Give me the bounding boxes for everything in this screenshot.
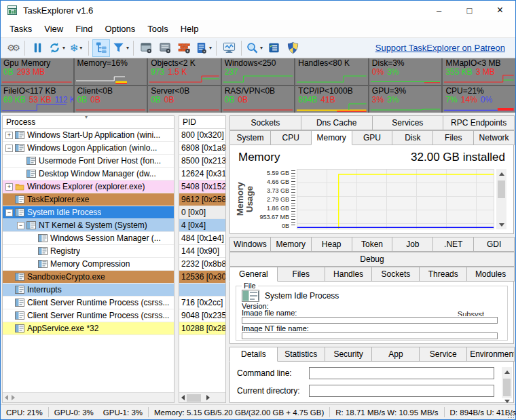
process-row[interactable]: Memory Compression [3,258,174,271]
process-row[interactable]: Client Server Runtime Process (csrss... [3,309,174,322]
freeze-snowflake-icon[interactable]: ❄▾ [67,39,85,57]
scroll-up-icon[interactable] [502,367,512,377]
resize-grip-icon[interactable] [507,411,514,418]
tab-app[interactable]: App [371,347,420,362]
pid-cell[interactable]: 4 [0x4] [179,219,225,232]
scroll-up-icon[interactable] [496,169,506,178]
status-tile-gpu-memory[interactable]: Gpu Memory0B293 MB [1,58,73,85]
scroll-left-icon[interactable] [181,395,185,400]
tab-system[interactable]: System [229,130,271,145]
pid-cell[interactable]: 800 [0x320] [179,129,225,142]
pid-cell[interactable]: 9048 [0x2358] [179,309,225,322]
tab-windows[interactable]: Windows [229,237,271,252]
process-row[interactable]: +Windows Explorer (explorer.exe) [3,180,174,193]
pid-horizontal-scrollbar[interactable] [179,392,225,402]
tab-rpc-endpoints[interactable]: RPC Endpoints [443,115,515,130]
status-tile-ras-vpn-0b[interactable]: RAS/VPN<0B0B0B [222,86,295,113]
tab-handles[interactable]: Handles [325,267,373,282]
dropdown-caret-icon[interactable]: ▾ [209,45,212,51]
tab-heap[interactable]: Heap [311,237,352,252]
options-list-icon[interactable] [265,39,282,57]
tab-gdi[interactable]: GDI [473,237,515,252]
pid-cell[interactable]: 144 [0x90] [179,245,225,258]
process-row[interactable]: −System Idle Process [3,206,174,219]
tab-threads[interactable]: Threads [419,267,467,282]
scroll-right-icon[interactable] [12,395,172,400]
scrollbar-thumb[interactable] [503,379,511,396]
tab-environment[interactable]: Environment [466,347,515,362]
process-tree-icon[interactable] [92,39,110,57]
tree-expander-icon[interactable]: + [5,132,13,139]
settings-gears-icon[interactable]: ⚙⚙ [3,39,21,57]
tab-sockets[interactable]: Sockets [371,267,420,282]
scroll-left-icon[interactable] [5,395,8,400]
tab-net[interactable]: .NET [432,237,474,252]
menu-options[interactable]: Options [98,21,141,37]
tab-files[interactable]: Files [432,130,474,145]
pid-cell[interactable]: 484 [0x1e4] [179,232,225,245]
current-directory-field[interactable] [309,385,494,397]
process-row[interactable]: −NT Kernel & System (System) [3,219,174,232]
process-row[interactable]: Registry [3,245,174,258]
process-row[interactable]: +Windows Start-Up Application (wini... [3,129,174,142]
process-row[interactable]: Usermode Font Driver Host (fon... [3,155,174,168]
tab-memory[interactable]: Memory [311,130,352,145]
maximize-button[interactable]: □ [454,1,485,20]
log-icon[interactable]: ▾ [194,39,213,57]
pid-column-header[interactable]: PID [179,116,225,129]
image-file-name-field[interactable] [242,317,498,324]
scroll-down-icon[interactable] [496,220,506,229]
scroll-right-icon[interactable] [206,395,224,400]
patreon-link[interactable]: Support TaskExplorer on Patreon [375,43,505,53]
tab-services[interactable]: Services [372,115,444,130]
close-button[interactable]: × [485,1,515,20]
menu-help[interactable]: Help [174,21,205,37]
refresh-icon[interactable]: ▾ [48,39,66,57]
process-row[interactable]: Interrupts [3,284,174,297]
dropdown-caret-icon[interactable]: ▾ [260,45,263,51]
tab-files[interactable]: Files [277,267,325,282]
process-row[interactable]: SandboxieCrypto.exe [3,271,174,284]
tab-sockets[interactable]: Sockets [229,115,301,130]
image-nt-file-name-field[interactable] [242,332,498,339]
pid-cell[interactable]: 6808 [0x1a98] [179,142,225,155]
pid-cell[interactable] [179,284,225,297]
status-tile-disk-3[interactable]: Disk=3%0%3% [369,58,442,85]
search-icon[interactable]: ▾ [245,39,263,57]
tab-gpu[interactable]: GPU [352,130,393,145]
tree-expander-icon[interactable]: + [5,183,13,191]
pid-cell[interactable]: 9612 [0x258c] [179,193,225,206]
pid-cell[interactable]: 12536 [0x30f8] [179,271,225,284]
process-row[interactable]: Windows Session Manager (... [3,232,174,245]
tree-expander-icon[interactable]: − [5,145,13,152]
graph-vertical-scrollbar[interactable] [496,169,506,229]
tab-service[interactable]: Service [419,347,467,362]
dropdown-caret-icon[interactable]: ▾ [79,45,82,51]
memory-usage-graph[interactable] [297,169,494,229]
status-tile-memory-16[interactable]: Memory=16% [75,58,147,85]
filter-icon[interactable]: ▾ [111,39,130,57]
firewall-icon[interactable] [175,39,193,57]
dropdown-caret-icon[interactable]: ▾ [126,45,129,51]
tab-statistics[interactable]: Statistics [277,347,325,362]
status-tile-server-0b[interactable]: Server<0B0B0B [148,86,221,113]
tab-token[interactable]: Token [352,237,393,252]
scrollbar-thumb[interactable] [498,180,505,198]
pid-cell[interactable]: 2232 [0x8b8] [179,258,225,271]
menu-view[interactable]: View [38,21,69,37]
tree-expander-icon[interactable]: − [5,209,13,216]
process-row[interactable]: TaskExplorer.exe [3,193,174,206]
tab-disk[interactable]: Disk [392,130,433,145]
uac-shield-icon[interactable] [284,39,301,57]
command-line-field[interactable] [309,367,494,379]
minimize-button[interactable]: – [424,1,454,20]
process-row[interactable]: Desktop Window Manager (dw... [3,168,174,180]
status-tile-cpu-21[interactable]: CPU=21%7%14%0% [443,86,515,113]
tab-memory[interactable]: Memory [270,237,312,252]
status-tile-tcp-ip-1000b[interactable]: TCP/IP<1000B894B41B [295,86,368,113]
tab-modules[interactable]: Modules [466,267,515,282]
status-tile-objects-2-k[interactable]: Objects<2 K9731.5 K [148,58,221,85]
tree-expander-icon[interactable]: − [17,222,24,229]
pid-cell[interactable]: 8500 [0x2134] [179,155,225,168]
tab-general[interactable]: General [229,267,278,282]
